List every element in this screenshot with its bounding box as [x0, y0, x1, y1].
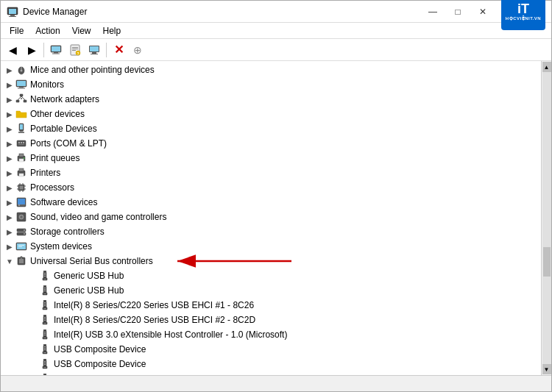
- tree-item-usb-child-4[interactable]: Intel(R) 8 Series/C220 Series USB EHCI #…: [1, 313, 541, 327]
- svg-rect-25: [18, 88, 25, 89]
- tree-item-storage[interactable]: ▶Storage controllers: [1, 224, 541, 239]
- menu-action[interactable]: Action: [29, 24, 66, 38]
- svg-rect-49: [20, 186, 24, 190]
- device-tree[interactable]: ▶Mice and other pointing devices▶Monitor…: [1, 61, 541, 375]
- tree-item-usb[interactable]: ▼Universal Serial Bus controllers: [1, 254, 541, 268]
- chevron-icon: ▶: [4, 196, 15, 208]
- tree-item-processors[interactable]: ▶Processors: [1, 180, 541, 195]
- toolbar-separator-1: [43, 43, 44, 57]
- item-label-storage: Storage controllers: [30, 227, 105, 237]
- tree-item-usb-child-7[interactable]: USB Composite Device: [1, 357, 541, 371]
- port-icon: [15, 138, 27, 149]
- menu-bar: File Action View Help: [1, 23, 551, 39]
- tree-item-software[interactable]: ▶Software devices: [1, 195, 541, 210]
- scroll-up-button[interactable]: ▲: [542, 62, 551, 72]
- svg-point-31: [21, 98, 22, 99]
- item-label-monitors: Monitors: [30, 79, 64, 90]
- usb-device-icon: [39, 299, 51, 311]
- tree-item-usb-child-1[interactable]: Generic USB Hub: [1, 268, 541, 283]
- svg-rect-127: [43, 374, 46, 375]
- svg-rect-87: [44, 288, 46, 288]
- toolbar-monitor-button[interactable]: [85, 41, 103, 59]
- chevron-spacer: [27, 358, 39, 370]
- chevron-spacer: [27, 285, 39, 296]
- svg-rect-2: [10, 15, 15, 16]
- chevron-spacer: [27, 270, 39, 282]
- svg-rect-102: [44, 318, 46, 319]
- svg-rect-59: [18, 199, 25, 204]
- toolbar-properties-button[interactable]: ?: [66, 41, 84, 59]
- svg-rect-80: [44, 273, 46, 274]
- tree-item-usb-child-6[interactable]: USB Composite Device: [1, 342, 541, 357]
- svg-marker-77: [20, 256, 23, 257]
- item-label-portable: Portable Devices: [30, 124, 97, 134]
- chevron-icon: ▶: [4, 240, 15, 252]
- logo-it-text: iT: [517, 2, 529, 15]
- tree-item-usb-child-5[interactable]: Intel(R) USB 3.0 eXtensible Host Control…: [1, 327, 541, 342]
- chevron-icon: ▼: [4, 255, 15, 267]
- svg-point-69: [24, 233, 25, 235]
- toolbar-uninstall-button[interactable]: ✕: [110, 41, 127, 59]
- svg-rect-73: [18, 246, 22, 247]
- app-icon: [7, 6, 18, 18]
- tree-item-printers[interactable]: ▶Printers: [1, 165, 541, 180]
- svg-rect-115: [44, 346, 46, 347]
- tree-item-sound[interactable]: ▶Sound, video and game controllers: [1, 210, 541, 224]
- item-label-printers: Printers: [30, 168, 60, 178]
- tree-item-usb-child-2[interactable]: Generic USB Hub: [1, 283, 541, 298]
- svg-rect-105: [43, 323, 46, 324]
- svg-rect-72: [18, 245, 24, 246]
- svg-rect-108: [44, 332, 46, 332]
- tree-item-system[interactable]: ▶System devices: [1, 239, 541, 254]
- usb-device-icon: [39, 329, 51, 341]
- item-label-software: Software devices: [30, 197, 97, 207]
- item-label-system: System devices: [30, 241, 92, 252]
- scroll-down-button[interactable]: ▼: [542, 364, 551, 374]
- svg-rect-46: [19, 168, 24, 171]
- tree-item-mice[interactable]: ▶Mice and other pointing devices: [1, 63, 541, 77]
- menu-file[interactable]: File: [4, 24, 29, 38]
- tree-item-other[interactable]: ▶Other devices: [1, 107, 541, 121]
- system-icon: [15, 240, 27, 252]
- toolbar-computer-button[interactable]: [47, 41, 65, 59]
- chevron-icon: ▶: [4, 123, 15, 135]
- tree-item-usb-child-8[interactable]: USB Mass Storage Device: [1, 371, 541, 375]
- menu-view[interactable]: View: [66, 24, 97, 38]
- window-title: Device Manager: [23, 7, 422, 17]
- usb-device-icon: [39, 358, 51, 370]
- toolbar-separator-2: [106, 43, 107, 57]
- toolbar-scan-button[interactable]: ⊕: [129, 41, 146, 59]
- toolbar-forward-button[interactable]: ▶: [23, 41, 40, 59]
- menu-help[interactable]: Help: [97, 24, 127, 38]
- chevron-spacer: [27, 373, 39, 375]
- maximize-button[interactable]: □: [447, 4, 469, 19]
- scroll-track[interactable]: [542, 72, 551, 364]
- toolbar: ◀ ▶ ?: [1, 39, 551, 61]
- svg-rect-94: [44, 302, 46, 303]
- item-label-usb: Universal Serial Bus controllers: [30, 256, 153, 266]
- toolbar-back-button[interactable]: ◀: [4, 41, 21, 59]
- svg-rect-122: [44, 361, 46, 362]
- item-label-usb-child-4: Intel(R) 8 Series/C220 Series USB EHCI #…: [54, 315, 255, 325]
- chevron-spacer: [27, 329, 39, 341]
- tree-item-portable[interactable]: ▶Portable Devices: [1, 121, 541, 136]
- minimize-button[interactable]: —: [422, 4, 444, 19]
- svg-rect-28: [24, 100, 26, 102]
- tree-item-monitors[interactable]: ▶Monitors: [1, 77, 541, 92]
- monitor-icon: [15, 79, 27, 90]
- tree-item-network[interactable]: ▶Network adapters: [1, 92, 541, 107]
- svg-rect-3: [9, 16, 16, 17]
- tree-item-ports[interactable]: ▶Ports (COM & LPT): [1, 136, 541, 151]
- tree-item-printq[interactable]: ▶Print queues: [1, 151, 541, 165]
- tree-item-usb-child-3[interactable]: Intel(R) 8 Series/C220 Series USB EHCI #…: [1, 298, 541, 313]
- usb-device-icon: [39, 373, 51, 375]
- svg-rect-43: [19, 159, 24, 162]
- close-button[interactable]: ✕: [472, 4, 494, 19]
- svg-rect-6: [54, 52, 58, 54]
- mouse-icon: [15, 64, 27, 76]
- item-label-usb-child-1: Generic USB Hub: [54, 271, 124, 281]
- scroll-thumb[interactable]: [543, 247, 551, 277]
- scrollbar[interactable]: ▲ ▼: [541, 61, 551, 375]
- svg-rect-117: [44, 349, 46, 350]
- svg-rect-84: [43, 279, 46, 279]
